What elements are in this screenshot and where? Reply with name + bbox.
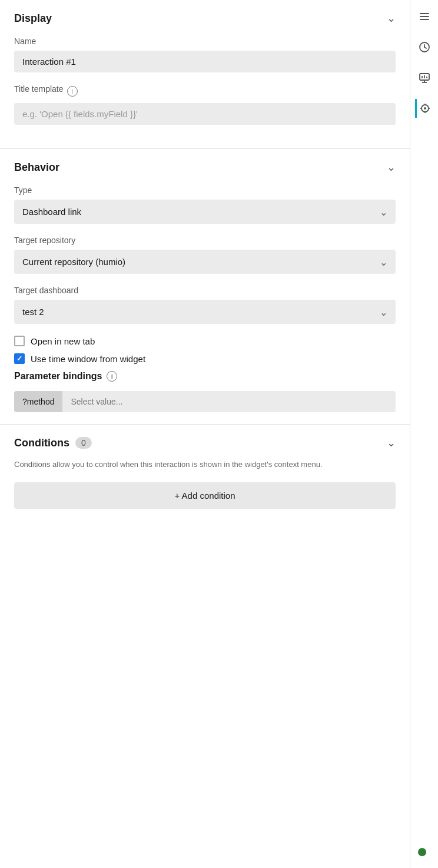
- param-value-input[interactable]: [62, 391, 396, 412]
- title-template-input[interactable]: [14, 103, 396, 125]
- open-new-tab-label[interactable]: Open in new tab: [31, 336, 95, 346]
- open-new-tab-checkbox[interactable]: [14, 336, 25, 346]
- target-repo-select[interactable]: Current repository (humio): [14, 250, 396, 274]
- target-repo-label: Target repository: [14, 236, 396, 245]
- status-indicator: [418, 848, 426, 856]
- sidebar-presentation-icon[interactable]: [415, 68, 434, 87]
- conditions-chevron-icon[interactable]: ⌄: [387, 436, 396, 449]
- behavior-section-title: Behavior: [14, 161, 59, 174]
- sidebar-clock-icon[interactable]: [415, 38, 434, 57]
- type-select-wrapper: Dashboard linkURL linkCustom ⌄: [14, 200, 396, 224]
- svg-point-14: [424, 107, 426, 110]
- svg-rect-1: [420, 16, 429, 17]
- use-time-window-label[interactable]: Use time window from widget: [31, 354, 145, 364]
- type-select[interactable]: Dashboard linkURL linkCustom: [14, 200, 396, 224]
- use-time-window-row: Use time window from widget: [14, 353, 396, 364]
- param-binding-row: ?method: [14, 391, 396, 412]
- param-bindings-title-text: Parameter bindings: [14, 371, 102, 382]
- svg-rect-2: [420, 19, 429, 20]
- conditions-description: Conditions allow you to control when thi…: [14, 459, 396, 471]
- name-label: Name: [14, 37, 396, 46]
- target-repo-select-wrapper: Current repository (humio) ⌄: [14, 250, 396, 274]
- display-section-title: Display: [14, 12, 52, 25]
- title-template-info-icon[interactable]: i: [67, 86, 78, 97]
- target-dashboard-select[interactable]: test 2: [14, 300, 396, 324]
- target-dashboard-label: Target dashboard: [14, 286, 396, 295]
- use-time-window-checkbox[interactable]: [14, 353, 25, 364]
- sidebar: [410, 0, 438, 868]
- sidebar-cursor-icon[interactable]: [415, 99, 434, 118]
- name-input[interactable]: [14, 51, 396, 72]
- param-key: ?method: [14, 391, 62, 412]
- title-template-label: Title template: [14, 84, 64, 94]
- param-bindings-section: Parameter bindings i: [14, 371, 396, 382]
- svg-line-6: [424, 47, 426, 48]
- target-dashboard-select-wrapper: test 2 ⌄: [14, 300, 396, 324]
- open-new-tab-row: Open in new tab: [14, 336, 396, 346]
- type-label: Type: [14, 185, 396, 195]
- param-bindings-info-icon[interactable]: i: [107, 371, 117, 382]
- conditions-badge: 0: [75, 437, 92, 449]
- behavior-chevron-icon[interactable]: ⌄: [387, 161, 396, 174]
- conditions-title-row: Conditions 0: [14, 437, 92, 449]
- conditions-header: Conditions 0 ⌄: [14, 436, 396, 449]
- sidebar-list-icon[interactable]: [415, 7, 434, 26]
- add-condition-button[interactable]: + Add condition: [14, 482, 396, 509]
- svg-rect-3: [420, 13, 423, 14]
- conditions-section-title: Conditions: [14, 437, 69, 449]
- display-chevron-icon[interactable]: ⌄: [387, 12, 396, 25]
